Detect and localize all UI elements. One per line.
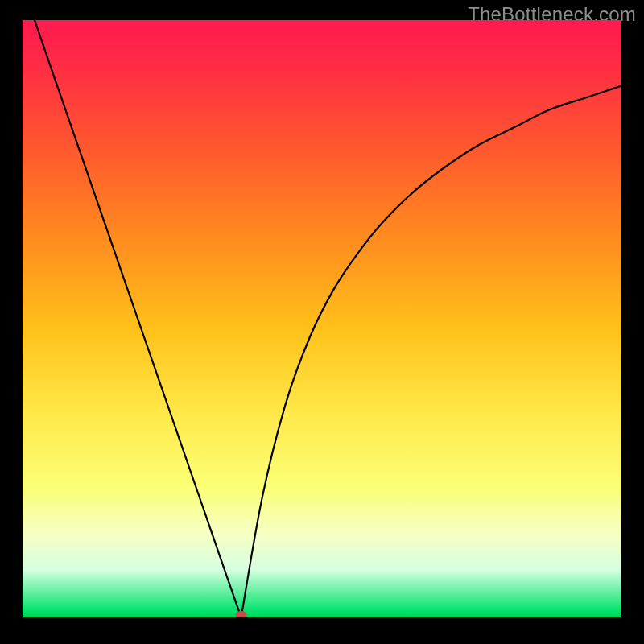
right-branch-line: [242, 86, 621, 617]
plot-area: [23, 20, 621, 617]
chart-frame: TheBottleneck.com: [0, 0, 644, 644]
curve-svg: [23, 20, 621, 617]
left-branch-line: [35, 20, 242, 617]
min-point-marker: [236, 611, 247, 617]
